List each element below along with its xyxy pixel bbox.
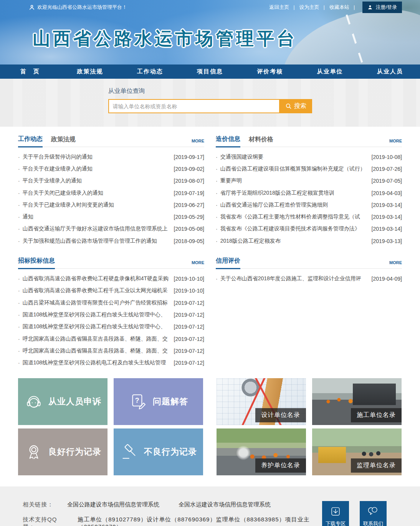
news-title[interactable]: 国道108线神堂堡至砂河段公路工程白坡头主线站管理中心、 [23,323,171,330]
news-item[interactable]: 交通强国建设纲要[2019-10-08] [216,151,402,163]
news-title[interactable]: 交通强国建设纲要 [220,154,369,160]
nav-item[interactable]: 首 页 [0,65,60,79]
news-item[interactable]: 关于公布山西省2018年度公路施工、监理和设计企业信用评[2019-04-09] [216,273,402,285]
svg-text:?: ? [135,397,140,404]
nav-item[interactable]: 评价考核 [240,65,300,79]
nav-item[interactable]: 从业人员 [360,65,420,79]
news-title[interactable]: 2018版公路工程定额发布 [220,238,369,245]
news-title[interactable]: 平台关于业绩录入的通知 [23,177,171,184]
news-date: [2019-04-03] [372,190,402,196]
news-item[interactable]: 省厅将于近期组织2018版公路工程定额宣贯培训[2019-04-03] [216,187,402,199]
tab-policy[interactable]: 政策法规 [51,136,76,147]
tab-cost-info[interactable]: 造价信息 [216,135,240,147]
news-title[interactable]: 我省发布《公路工程主要地方性材料价差调整指导意见（试 [220,213,369,220]
news-title[interactable]: 呼北国家高速公路山西省隰县至吉县段路基、桥隧、路面、交 [23,336,171,342]
qa-tile[interactable]: ? 问题解答 [114,378,203,425]
welcome-text: 欢迎光临山西省公路水运市场管理平台！ [37,4,127,11]
register-login-button[interactable]: 注册/登录 [362,2,402,13]
nav-item[interactable]: 政策法规 [60,65,120,79]
good-record-tile[interactable]: 良好行为记录 [18,428,107,475]
tab-bidding[interactable]: 招标投标信息 [18,257,55,269]
more-link-work[interactable]: MORE [192,139,204,143]
supervision-directory-photo[interactable]: 监理单位名录 [312,428,402,475]
news-title[interactable]: 我省发布《公路工程建设项目委托技术咨询服务管理办法》 [220,225,369,232]
photo-caption[interactable]: 监理单位名录 [351,458,402,473]
news-title[interactable]: 山西省交通运输厅公路工程造价管理实施细则 [220,202,369,208]
news-item[interactable]: 山西省公路工程建设项目估算概算预算编制补充规定（试行）[2019-07-26] [216,163,402,175]
photo-caption[interactable]: 养护单位名录 [255,458,306,473]
search-input[interactable] [108,99,280,113]
news-title[interactable]: 国道108线神堂堡至砂河段公路工程白坡头主线站管理中心、 [23,311,171,318]
nav-item[interactable]: 项目信息 [180,65,240,79]
news-item[interactable]: 平台关于在建业绩录入的通知[2019-09-02] [18,163,204,175]
news-title[interactable]: 山西省交通运输厅关于做好水运建设市场信用信息管理系统上 [23,225,171,232]
tab-work-news[interactable]: 工作动态 [18,135,43,147]
more-link-bidding[interactable]: MORE [192,260,204,265]
tab-material-price[interactable]: 材料价格 [249,136,273,147]
news-title[interactable]: 通知 [23,213,171,220]
news-title[interactable]: 山西省取消高速公路省界收费站工程千兆工业以太网光端机采 [23,287,171,294]
news-item[interactable]: 平台关于业绩录入的通知[2019-08-07] [18,175,204,187]
topbar-link[interactable]: 设为主页 [297,4,327,10]
more-link-credit[interactable]: MORE [389,260,402,265]
design-directory-photo[interactable]: 设计单位名录 [217,378,306,425]
news-item[interactable]: 关于加强和规范山西省公路市场管理平台管理工作的通知[2018-09-05] [18,235,204,247]
news-item[interactable]: 呼北国家高速公路山西省隰县至吉县段路基、桥隧、路面、交[2019-07-12] [18,345,204,357]
download-zone-button[interactable]: 下载专区 [322,501,349,526]
news-title[interactable]: 平台关于关闭已建业绩录入的通知 [23,190,171,197]
news-title[interactable]: 国道108线神堂堡至砂河段公路机电工程及白坡头主线站管理 [23,359,171,366]
topbar-link[interactable]: 收藏本站 [327,4,357,10]
more-link-cost[interactable]: MORE [389,139,402,143]
footer-button-label: 下载专区 [326,520,346,526]
news-item[interactable]: 我省发布《公路工程建设项目委托技术咨询服务管理办法》[2019-03-14] [216,223,402,235]
contact-us-button[interactable]: 联系我们 [360,501,387,526]
news-item[interactable]: 国道108线神堂堡至砂河段公路工程白坡头主线站管理中心、[2019-07-12] [18,321,204,333]
news-item[interactable]: 平台关于关闭已建业绩录入的通知[2019-07-19] [18,187,204,199]
news-title[interactable]: 平台关于在建业绩录入的通知 [23,165,171,172]
news-title[interactable]: 山西省公路工程建设项目估算概算预算编制补充规定（试行） [220,165,369,172]
construction-directory-photo[interactable]: 施工单位名录 [312,378,402,425]
search-icon [285,103,292,109]
news-item[interactable]: 山西吕梁环城高速公路管理有限责任公司户外广告经营权招标[2019-07-12] [18,297,204,309]
nav-item[interactable]: 从业单位 [300,65,360,79]
news-item[interactable]: 国道108线神堂堡至砂河段公路机电工程及白坡头主线站管理[2019-07-12] [18,357,204,369]
panel-bidding: 招标投标信息 MORE 山西省取消高速公路省界收费站工程硬盘录像机和4T硬盘采购… [18,256,204,369]
topbar-link[interactable]: 返回主页 [267,4,297,10]
news-title[interactable]: 关于平台升级暂停访问的通知 [23,154,171,160]
news-date: [2019-07-12] [174,360,204,366]
news-title[interactable]: 关于加强和规范山西省公路市场管理平台管理工作的通知 [23,238,171,245]
nav-item[interactable]: 工作动态 [120,65,180,79]
topbar-link-group: 返回主页设为主页收藏本站 [267,4,357,11]
news-title[interactable]: 山西省取消高速公路省界收费站工程硬盘录像机和4T硬盘采购 [23,275,171,282]
news-date: [2019-07-12] [174,336,204,342]
bad-record-tile[interactable]: 不良行为记录 [114,428,203,475]
news-item[interactable]: 通知[2019-05-29] [18,211,204,223]
photo-caption[interactable]: 设计单位名录 [255,408,306,422]
news-title[interactable]: 山西吕梁环城高速公路管理有限责任公司户外广告经营权招标 [23,299,171,306]
main-nav: 首 页政策法规工作动态项目信息评价考核从业单位从业人员 [0,65,420,79]
news-title[interactable]: 省厅将于近期组织2018版公路工程定额宣贯培训 [220,190,369,197]
news-item[interactable]: 山西省取消高速公路省界收费站工程硬盘录像机和4T硬盘采购[2019-10-10] [18,273,204,285]
staff-appeal-tile[interactable]: 从业人员申诉 [18,378,107,425]
news-item[interactable]: 呼北国家高速公路山西省隰县至吉县段路基、桥隧、路面、交[2019-07-12] [18,333,204,345]
photo-caption[interactable]: 施工单位名录 [351,408,402,422]
news-item[interactable]: 重要声明[2019-07-05] [216,175,402,187]
tab-credit[interactable]: 信用评价 [216,257,240,269]
news-item[interactable]: 山西省取消高速公路省界收费站工程千兆工业以太网光端机采[2019-10-10] [18,285,204,297]
news-item[interactable]: 平台关于已建业绩录入时间变更的通知[2019-06-27] [18,199,204,211]
footer-link-highway-credit[interactable]: 全国公路建设市场信用信息管理系统 [67,501,159,508]
banner: 山西省公路水运市场管理平台 [0,15,420,65]
news-item[interactable]: 山西省交通运输厅公路工程造价管理实施细则[2019-03-14] [216,199,402,211]
news-item[interactable]: 2018版公路工程定额发布[2019-03-13] [216,235,402,247]
news-title[interactable]: 重要声明 [220,177,369,184]
news-item[interactable]: 我省发布《公路工程主要地方性材料价差调整指导意见（试[2019-03-14] [216,211,402,223]
news-item[interactable]: 关于平台升级暂停访问的通知[2019-09-17] [18,151,204,163]
news-title[interactable]: 关于公布山西省2018年度公路施工、监理和设计企业信用评 [220,275,369,282]
footer-link-waterway-credit[interactable]: 全国水运建设市场信用信息管理系统 [179,501,271,508]
news-title[interactable]: 平台关于已建业绩录入时间变更的通知 [23,202,171,208]
search-button[interactable]: 搜索 [280,99,312,113]
news-item[interactable]: 山西省交通运输厅关于做好水运建设市场信用信息管理系统上[2019-05-08] [18,223,204,235]
news-title[interactable]: 呼北国家高速公路山西省隰县至吉县段路基、桥隧、路面、交 [23,347,171,354]
maintenance-directory-photo[interactable]: 养护单位名录 [217,428,306,475]
news-item[interactable]: 国道108线神堂堡至砂河段公路工程白坡头主线站管理中心、[2019-07-12] [18,309,204,321]
